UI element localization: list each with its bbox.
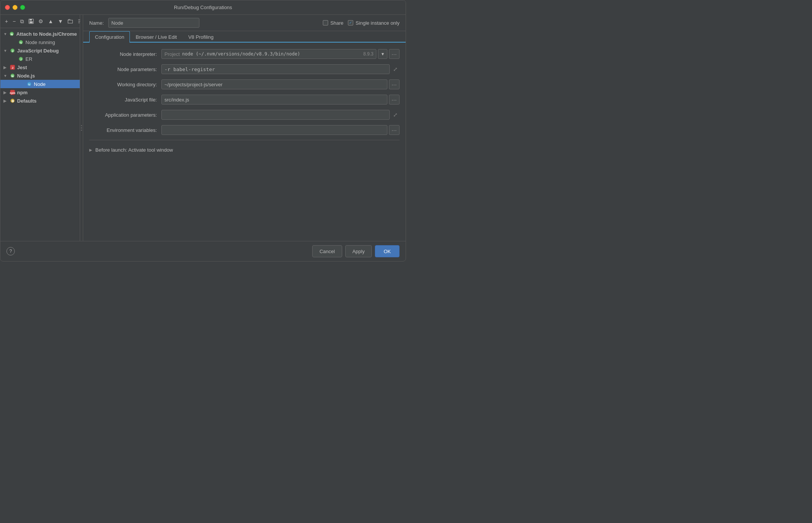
working-dir-control: ···: [161, 79, 400, 89]
js-file-input[interactable]: [161, 95, 387, 105]
single-instance-label: Single instance only: [355, 20, 400, 26]
form-separator: [89, 140, 400, 140]
ok-button[interactable]: OK: [375, 245, 400, 257]
attach-node-icon: N: [9, 31, 15, 37]
name-label: Name:: [89, 20, 104, 26]
app-params-expand-button[interactable]: ⤢: [391, 110, 400, 120]
svg-text:N: N: [11, 33, 13, 36]
interpreter-path: node (~/.nvm/versions/node/v8.9.3/bin/no…: [182, 51, 300, 57]
npm-label: npm: [17, 90, 27, 95]
tree-arrow-attach-node: ▼: [3, 32, 7, 36]
sidebar-item-js-debug[interactable]: ▼ J JavaScript Debug: [0, 46, 80, 55]
js-file-label: JavaScript file:: [89, 97, 161, 103]
params-expand-button[interactable]: ⤢: [391, 64, 400, 74]
node-icon: N: [26, 81, 32, 87]
add-config-button[interactable]: +: [3, 17, 9, 25]
params-input[interactable]: [161, 64, 390, 74]
interpreter-control: Project node (~/.nvm/versions/node/v8.9.…: [161, 49, 400, 59]
sidebar-item-er[interactable]: J ER: [0, 55, 80, 63]
interpreter-settings-button[interactable]: ···: [389, 49, 400, 59]
sidebar-item-node-running[interactable]: N Node running: [0, 38, 80, 46]
tab-configuration[interactable]: Configuration: [89, 31, 130, 43]
share-label: Share: [330, 20, 344, 26]
sidebar-item-attach-node[interactable]: ▼ N Attach to Node.js/Chrome: [0, 30, 80, 38]
sidebar: + − ⧉ ⚙ ▲ ▼ ▼: [0, 15, 80, 241]
js-file-control: ···: [161, 95, 400, 105]
move-up-button[interactable]: ▲: [46, 17, 55, 25]
name-input[interactable]: [108, 18, 199, 28]
svg-text:N: N: [11, 74, 14, 78]
interpreter-version: 8.9.3: [363, 51, 374, 57]
svg-text:J: J: [20, 58, 22, 61]
er-icon: J: [18, 56, 24, 62]
sidebar-item-npm[interactable]: ▶ npm npm: [0, 88, 80, 97]
move-down-button[interactable]: ▼: [56, 17, 65, 25]
maximize-button[interactable]: [20, 5, 25, 10]
sidebar-item-node[interactable]: N Node: [0, 80, 80, 88]
gear-config-button[interactable]: ⚙: [37, 17, 45, 25]
npm-icon: npm: [9, 89, 16, 95]
env-vars-browse-button[interactable]: ···: [389, 125, 400, 135]
cancel-button[interactable]: Cancel: [312, 245, 342, 257]
js-file-row: JavaScript file: ···: [89, 94, 400, 105]
interpreter-dropdown-button[interactable]: ▼: [378, 49, 387, 59]
interpreter-project: Project: [164, 51, 180, 57]
drag-dot-3: [81, 130, 82, 131]
drag-dot-1: [81, 125, 82, 126]
env-vars-control: ···: [161, 125, 400, 135]
folder-button[interactable]: [66, 17, 74, 25]
config-header: Name: Share Single instance only: [83, 15, 406, 31]
node-label: Node: [34, 81, 46, 87]
nodejs-icon: N: [9, 73, 16, 79]
app-params-row: Application parameters: ⤢: [89, 109, 400, 120]
env-vars-label: Environment variables:: [89, 127, 161, 133]
copy-config-button[interactable]: ⧉: [19, 17, 25, 25]
working-dir-label: Working directory:: [89, 82, 161, 87]
js-debug-label: JavaScript Debug: [17, 48, 59, 54]
svg-text:N: N: [28, 83, 30, 86]
tab-v8-profiling[interactable]: V8 Profiling: [183, 31, 219, 43]
remove-config-button[interactable]: −: [11, 17, 17, 25]
sidebar-item-jest[interactable]: ▶ J Jest: [0, 63, 80, 71]
app-params-input[interactable]: [161, 110, 390, 120]
sidebar-resize-handle[interactable]: [80, 15, 83, 241]
help-button[interactable]: ?: [6, 247, 15, 255]
bottom-bar: ? Cancel Apply OK: [0, 241, 406, 261]
config-form: Node interpreter: Project node (~/.nvm/v…: [83, 43, 406, 241]
params-row: Node parameters: ⤢: [89, 64, 400, 74]
share-checkbox[interactable]: [323, 20, 328, 25]
window-title: Run/Debug Configurations: [174, 5, 232, 10]
env-vars-input[interactable]: [161, 125, 387, 135]
tab-browser-live-edit[interactable]: Browser / Live Edit: [130, 31, 182, 43]
tree-arrow-js-debug: ▼: [3, 49, 8, 53]
working-dir-browse-button[interactable]: ···: [389, 79, 400, 89]
apply-button[interactable]: Apply: [345, 245, 372, 257]
svg-text:J: J: [12, 49, 13, 53]
node-running-label: Node running: [25, 40, 55, 45]
before-launch-section[interactable]: ▶ Before launch: Activate tool window: [89, 143, 400, 157]
svg-text:⚙: ⚙: [11, 100, 14, 103]
working-dir-row: Working directory: ···: [89, 79, 400, 90]
title-bar: Run/Debug Configurations: [0, 0, 406, 15]
params-label: Node parameters:: [89, 67, 161, 72]
svg-rect-2: [30, 21, 33, 23]
close-button[interactable]: [5, 5, 10, 10]
interpreter-row: Node interpreter: Project node (~/.nvm/v…: [89, 49, 400, 59]
sidebar-item-defaults[interactable]: ▶ ⚙ Defaults: [0, 97, 80, 105]
tree-arrow-defaults: ▶: [3, 99, 8, 103]
single-instance-checkbox[interactable]: [348, 20, 353, 25]
js-debug-icon: J: [9, 48, 16, 54]
jest-label: Jest: [17, 65, 27, 70]
sidebar-item-nodejs[interactable]: ▼ N Node.js: [0, 71, 80, 80]
interpreter-field[interactable]: Project node (~/.nvm/versions/node/v8.9.…: [161, 49, 376, 59]
er-label: ER: [25, 56, 32, 62]
node-running-icon: N: [18, 39, 24, 45]
save-config-button[interactable]: [27, 17, 35, 25]
minimize-button[interactable]: [13, 5, 17, 10]
interpreter-label: Node interpreter:: [89, 51, 161, 57]
working-dir-input[interactable]: [161, 79, 387, 89]
defaults-label: Defaults: [17, 98, 36, 104]
js-file-browse-button[interactable]: ···: [389, 95, 400, 105]
tree-arrow-jest: ▶: [3, 65, 8, 70]
jest-icon: J: [9, 64, 16, 70]
